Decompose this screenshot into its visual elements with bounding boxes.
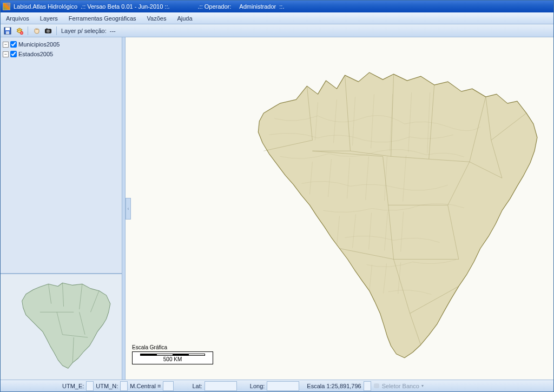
svg-rect-1 <box>5 28 10 30</box>
status-utmn-value <box>120 381 128 391</box>
status-utmn-label: UTM_N: <box>94 383 120 389</box>
svg-rect-6 <box>46 28 48 29</box>
layer-label: Municipios2005 <box>18 41 60 48</box>
overview-map[interactable] <box>1 273 122 380</box>
expander-icon[interactable]: − <box>3 42 9 48</box>
title-app: Labisd.Atlas Hidrológico <box>14 3 77 10</box>
status-lat-value <box>205 381 237 391</box>
menu-vazoes[interactable]: Vazões <box>142 12 172 24</box>
collapse-handle-icon[interactable]: ‹ <box>126 198 131 220</box>
brazil-map[interactable] <box>126 37 553 380</box>
svg-point-5 <box>47 30 50 32</box>
statusbar: UTM_E: UTM_N: M.Central = Lat: Long: Esc… <box>1 380 553 391</box>
map-canvas[interactable]: ‹ Escala Gráfica 500 KM <box>126 37 553 380</box>
scale-box: Escala Gráfica 500 KM <box>132 344 213 364</box>
seletor-banco-label: Seletor Banco <box>382 383 419 389</box>
database-icon <box>373 383 380 389</box>
app-icon <box>3 3 10 10</box>
menu-ferramentas-geograficas[interactable]: Ferramentas Geográficas <box>63 12 142 24</box>
menu-layers[interactable]: Layers <box>35 12 63 24</box>
layer-row-municipios[interactable]: − Municipios2005 <box>3 39 120 49</box>
status-mcentral-value <box>163 381 174 391</box>
snapshot-icon[interactable] <box>43 26 53 36</box>
status-escala-label: Escala 1:25,891,796 <box>305 383 363 389</box>
status-long-label: Long: <box>248 383 267 389</box>
scale-bar: 500 KM <box>132 351 213 364</box>
layer-checkbox-municipios[interactable] <box>10 41 17 48</box>
toolbar: Layer p/ seleção: --- <box>1 24 553 37</box>
status-utme-label: UTM_E: <box>60 383 86 389</box>
menu-arquivos[interactable]: Arquivos <box>1 12 35 24</box>
scale-text: 500 KM <box>163 356 182 362</box>
layer-checkbox-estados[interactable] <box>10 51 17 57</box>
main-area: − Municipios2005 − Estados2005 <box>1 37 553 380</box>
title-operator-value: Administrador ::. <box>239 3 284 10</box>
layer-selection-value: --- <box>110 28 116 34</box>
status-utme-value <box>86 381 94 391</box>
menu-ajuda[interactable]: Ajuda <box>172 12 197 24</box>
menubar: Arquivos Layers Ferramentas Geográficas … <box>1 12 553 24</box>
layer-row-estados[interactable]: − Estados2005 <box>3 49 120 59</box>
left-column: − Municipios2005 − Estados2005 <box>1 37 122 380</box>
seletor-banco[interactable]: Seletor Banco ▾ <box>373 383 424 389</box>
pan-icon[interactable] <box>31 26 41 36</box>
layer-panel: − Municipios2005 − Estados2005 <box>1 37 122 273</box>
delete-layer-icon[interactable] <box>15 26 24 36</box>
titlebar: Labisd.Atlas Hidrológico .:: Versao Beta… <box>1 1 553 12</box>
status-long-value <box>267 381 299 391</box>
title-version: .:: Versao Beta 0.01 - Jun-2010 ::. <box>81 3 170 10</box>
status-lat-label: Lat: <box>190 383 204 389</box>
status-escala-gap <box>364 381 371 391</box>
svg-rect-2 <box>6 31 9 34</box>
layer-label: Estados2005 <box>18 51 53 57</box>
scale-title: Escala Gráfica <box>132 344 213 350</box>
title-operator-label: .:: Operador: <box>198 3 232 10</box>
dropdown-icon: ▾ <box>421 383 424 388</box>
expander-icon[interactable]: − <box>3 51 9 57</box>
layer-selection-label: Layer p/ seleção: <box>61 28 107 34</box>
save-icon[interactable] <box>3 26 12 36</box>
status-mcentral-label: M.Central = <box>128 383 163 389</box>
